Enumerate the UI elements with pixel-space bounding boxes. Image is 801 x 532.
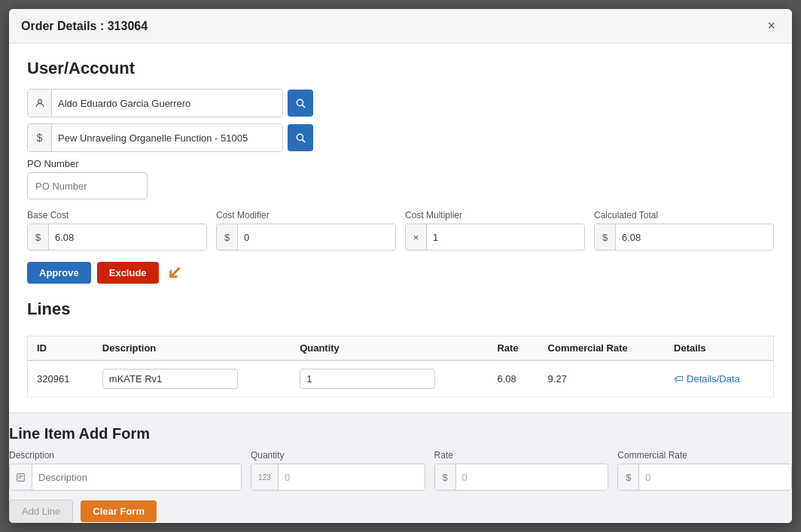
- details-label: Details/Data: [687, 373, 740, 385]
- user-account-title: User/Account: [27, 59, 774, 78]
- multiplier-label: Cost Multiplier: [405, 210, 585, 220]
- po-number-input[interactable]: [27, 172, 148, 199]
- base-cost-input[interactable]: [49, 224, 206, 250]
- row-description: [93, 360, 291, 397]
- close-button[interactable]: ×: [763, 17, 780, 35]
- details-link[interactable]: 🏷 Details/Data: [674, 373, 764, 385]
- add-description-input-wrap: [9, 464, 242, 491]
- col-quantity: Quantity: [291, 336, 488, 361]
- add-rate-field: Rate $: [434, 450, 609, 491]
- add-description-input[interactable]: [32, 464, 241, 490]
- svg-point-0: [38, 99, 41, 103]
- lines-table-body: 320961 6.08 9.27 🏷: [28, 360, 774, 397]
- col-rate: Rate: [488, 336, 538, 361]
- description-input[interactable]: [102, 369, 238, 389]
- description-icon: [10, 464, 32, 490]
- quantity-input[interactable]: [300, 369, 435, 389]
- add-commercial-rate-label: Commercial Rate: [617, 450, 792, 461]
- modal-title: Order Details : 313064: [21, 20, 148, 33]
- account-input[interactable]: [52, 124, 282, 151]
- account-row: $: [27, 123, 774, 152]
- svg-line-2: [303, 105, 305, 108]
- add-rate-input[interactable]: [456, 464, 608, 490]
- row-details: 🏷 Details/Data: [665, 360, 773, 397]
- modal-header: Order Details : 313064 ×: [9, 9, 792, 44]
- account-search-button[interactable]: [288, 124, 313, 151]
- add-form-buttons: Add Line Clear Form: [9, 500, 792, 523]
- modifier-field: Cost Modifier $: [216, 210, 396, 251]
- add-quantity-label: Quantity: [251, 450, 425, 461]
- multiplier-input[interactable]: [427, 224, 584, 250]
- total-field: Calculated Total $: [594, 210, 774, 251]
- approve-button[interactable]: Approve: [27, 262, 91, 284]
- col-description: Description: [93, 336, 291, 361]
- add-quantity-input-wrap: 123: [251, 464, 425, 491]
- total-input-wrap: $: [594, 223, 774, 251]
- svg-line-4: [303, 140, 305, 142]
- modal-dialog: Order Details : 313064 × User/Account: [9, 9, 792, 523]
- user-input[interactable]: [52, 90, 282, 117]
- multiplier-field: Cost Multiplier ×: [405, 210, 585, 251]
- modifier-input[interactable]: [238, 224, 395, 250]
- col-commercial-rate: Commercial Rate: [539, 336, 665, 361]
- multiplier-prefix: ×: [406, 224, 427, 250]
- po-number-label: PO Number: [27, 158, 774, 169]
- add-form-section: Line Item Add Form Description: [9, 412, 792, 523]
- modifier-input-wrap: $: [216, 223, 396, 251]
- col-details: Details: [665, 336, 773, 361]
- add-form-grid: Description Quantity: [9, 450, 792, 491]
- quantity-prefix: 123: [251, 464, 279, 490]
- row-quantity: [291, 360, 488, 397]
- base-cost-input-wrap: $: [27, 223, 207, 251]
- table-row: 320961 6.08 9.27 🏷: [28, 360, 774, 397]
- add-commercial-rate-field: Commercial Rate $: [617, 450, 792, 491]
- user-icon: [28, 90, 52, 117]
- base-cost-label: Base Cost: [27, 210, 207, 220]
- add-rate-input-wrap: $: [434, 464, 609, 491]
- user-search-button[interactable]: [288, 90, 313, 117]
- modal-overlay: Order Details : 313064 × User/Account: [0, 0, 801, 532]
- base-cost-prefix: $: [28, 224, 49, 250]
- user-input-wrapper: [27, 89, 283, 117]
- row-commercial-rate: 9.27: [539, 360, 665, 397]
- lines-header: Lines: [27, 299, 774, 330]
- add-description-field: Description: [9, 450, 242, 491]
- multiplier-input-wrap: ×: [405, 223, 585, 251]
- lines-table-header-row: ID Description Quantity Rate Commercial …: [28, 336, 774, 361]
- rate-prefix: $: [435, 464, 456, 490]
- modal-body: User/Account: [9, 44, 792, 412]
- lines-title: Lines: [27, 299, 70, 319]
- add-quantity-field: Quantity 123: [251, 450, 425, 491]
- user-account-section: User/Account: [27, 59, 774, 199]
- cost-grid: Base Cost $ Cost Modifier $ Cost Multipl…: [27, 210, 774, 251]
- add-commercial-rate-input[interactable]: [639, 464, 791, 490]
- total-label: Calculated Total: [594, 210, 774, 220]
- row-id: 320961: [28, 360, 93, 397]
- action-buttons: Approve Exclude ➔: [27, 261, 774, 284]
- add-commercial-rate-input-wrap: $: [617, 464, 792, 491]
- base-cost-field: Base Cost $: [27, 210, 207, 251]
- modifier-prefix: $: [217, 224, 238, 250]
- account-input-wrapper: $: [27, 123, 283, 152]
- exclude-button[interactable]: Exclude: [97, 262, 159, 284]
- total-input[interactable]: [616, 224, 773, 250]
- add-description-label: Description: [9, 450, 242, 461]
- clear-form-button[interactable]: Clear Form: [81, 500, 157, 522]
- modifier-label: Cost Modifier: [216, 210, 396, 220]
- arrow-indicator: ➔: [160, 259, 188, 287]
- tag-icon: 🏷: [674, 373, 684, 385]
- add-line-button[interactable]: Add Line: [9, 500, 73, 523]
- row-rate: 6.08: [488, 360, 538, 397]
- total-prefix: $: [595, 224, 616, 250]
- lines-table: ID Description Quantity Rate Commercial …: [27, 336, 774, 397]
- lines-table-head: ID Description Quantity Rate Commercial …: [28, 336, 774, 361]
- col-id: ID: [28, 336, 93, 361]
- add-quantity-input[interactable]: [279, 464, 425, 490]
- commercial-rate-prefix: $: [618, 464, 639, 490]
- lines-section: Lines ID Description Quantity Rate Comme…: [27, 299, 774, 397]
- add-form-title: Line Item Add Form: [9, 425, 792, 442]
- user-row: [27, 89, 774, 117]
- dollar-icon: $: [28, 124, 52, 151]
- add-rate-label: Rate: [434, 450, 609, 461]
